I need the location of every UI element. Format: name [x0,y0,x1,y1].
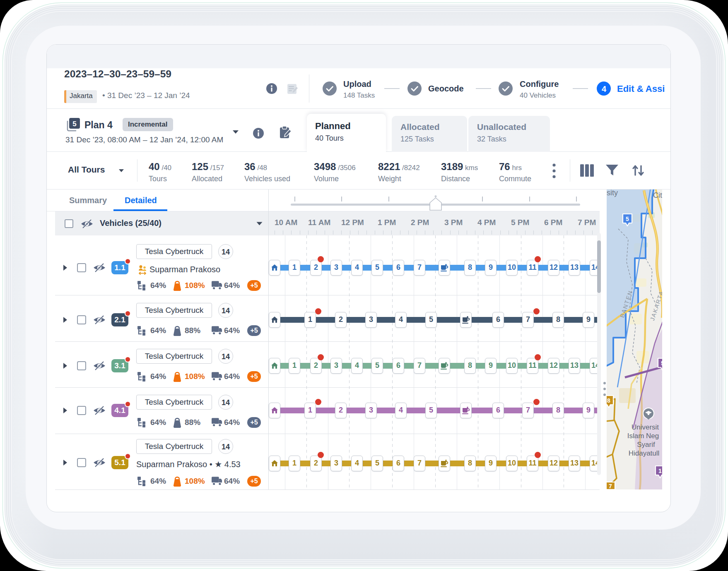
svg-text:8: 8 [607,397,610,404]
svg-text:Universit: Universit [632,423,659,431]
svg-text:7: 7 [609,483,612,489]
svg-text:1: 1 [658,468,662,474]
svg-text:Syarif: Syarif [637,441,655,449]
svg-text:5: 5 [72,120,76,128]
svg-text:5: 5 [661,360,662,367]
svg-text:5: 5 [626,216,629,222]
svg-text:Cit: Cit [653,191,662,199]
svg-text:Islam Neg: Islam Neg [627,432,659,440]
svg-text:Hidayatull: Hidayatull [629,449,660,457]
svg-text:rsity: rsity [607,190,618,197]
